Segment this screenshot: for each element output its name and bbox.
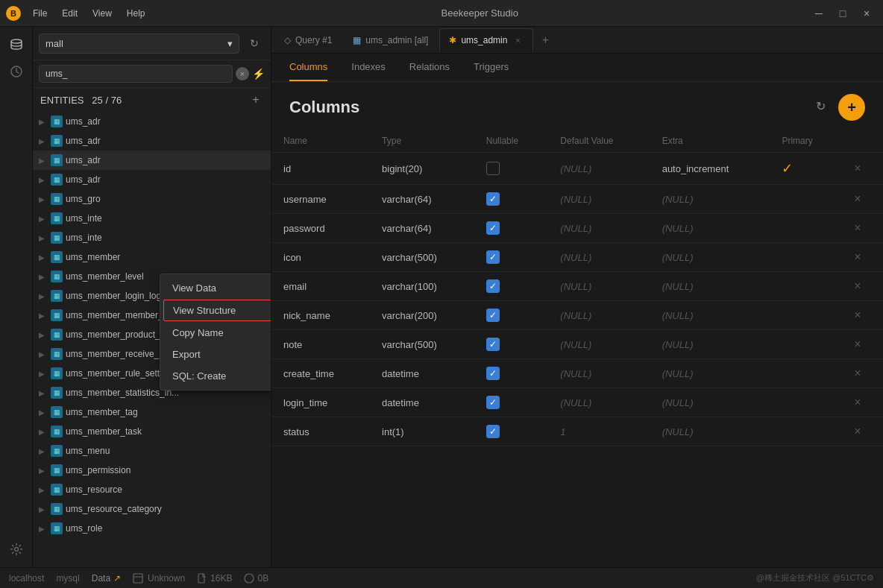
list-item[interactable]: ▶ ▦ ums_resource_category <box>33 499 271 519</box>
chevron-right-icon: ▶ <box>39 157 48 165</box>
minimize-button[interactable]: ─ <box>808 6 829 21</box>
list-item[interactable]: ▶ ▦ ums_member_tag <box>33 402 271 422</box>
main-content: ◇ Query #1 ▦ ums_admin [all] ✱ ums_admin… <box>271 27 883 567</box>
col-type: datetime <box>370 359 474 388</box>
data-status[interactable]: Data ↗ <box>92 573 121 584</box>
nullable-checkbox[interactable] <box>486 279 500 293</box>
delete-column-button[interactable]: × <box>854 192 861 205</box>
delete-column-button[interactable]: × <box>854 338 861 350</box>
nullable-checkbox[interactable] <box>486 221 500 235</box>
filter-icon[interactable]: ⚡ <box>252 68 265 80</box>
table-icon: ▦ <box>51 193 63 205</box>
add-entity-button[interactable]: + <box>248 92 263 107</box>
list-item[interactable]: ▶ ▦ ums_role <box>33 519 271 538</box>
nullable-checkbox[interactable] <box>486 162 500 175</box>
list-item[interactable]: ▶ ▦ ums_permission <box>33 461 271 480</box>
chevron-right-icon: ▶ <box>39 137 48 145</box>
nullable-checkbox[interactable] <box>486 309 500 322</box>
delete-column-button[interactable]: × <box>854 221 861 234</box>
tab-ums-admin[interactable]: ✱ ums_admin × <box>439 28 533 52</box>
table-icon: ▦ <box>51 445 63 457</box>
col-nullable <box>474 417 549 446</box>
context-menu-copy-name[interactable]: Copy Name <box>160 322 271 344</box>
search-clear-button[interactable]: × <box>236 67 249 80</box>
list-item[interactable]: ▶ ▦ ums_adr View Data View Structure Cop… <box>33 151 271 170</box>
col-name: email <box>271 272 370 301</box>
entities-label: ENTITIES 25 / 76 <box>40 95 122 106</box>
nullable-checkbox[interactable] <box>486 192 500 206</box>
nullable-checkbox[interactable] <box>486 396 500 409</box>
table-row: statusint(1)1(NULL)× <box>271 417 883 446</box>
tab-indexes[interactable]: Indexes <box>351 54 386 81</box>
col-extra: (NULL) <box>650 301 770 330</box>
statusbar-left: localhost mysql <box>9 573 80 584</box>
db-type-label: mysql <box>56 573 79 584</box>
structure-tab-icon: ✱ <box>449 35 456 45</box>
chevron-right-icon: ▶ <box>39 447 48 455</box>
context-menu-view-structure[interactable]: View Structure <box>163 300 271 321</box>
sidebar: mall ▾ ↻ × ⚡ ENTITIES 25 / 76 + ▶ ▦ um <box>33 27 271 567</box>
nullable-checkbox[interactable] <box>486 338 500 351</box>
list-item[interactable]: ▶ ▦ ums_member <box>33 247 271 267</box>
nullable-checkbox[interactable] <box>486 250 500 264</box>
delete-column-button[interactable]: × <box>854 396 861 408</box>
add-column-button[interactable]: + <box>838 94 865 121</box>
col-primary <box>770 214 842 243</box>
tab-query[interactable]: ◇ Query #1 <box>274 28 342 52</box>
disk-icon <box>244 573 254 584</box>
chevron-right-icon: ▶ <box>39 292 48 300</box>
nullable-checkbox[interactable] <box>486 367 500 380</box>
database-icon[interactable] <box>4 33 28 57</box>
col-header-extra: Extra <box>650 130 770 153</box>
context-menu-view-data[interactable]: View Data <box>160 277 271 299</box>
menu-file[interactable]: File <box>27 7 53 20</box>
delete-column-button[interactable]: × <box>854 425 861 437</box>
context-menu-export[interactable]: Export <box>160 344 271 365</box>
col-type: varchar(100) <box>370 272 474 301</box>
table-icon: ▦ <box>51 309 63 321</box>
add-tab-button[interactable]: + <box>535 30 556 51</box>
maximize-button[interactable]: □ <box>832 6 853 21</box>
list-item[interactable]: ▶ ▦ ums_gro <box>33 189 271 209</box>
search-input[interactable] <box>39 65 233 83</box>
delete-column-button[interactable]: × <box>854 162 861 174</box>
storage-info: Unknown <box>133 573 185 584</box>
table-icon: ▦ <box>51 290 63 302</box>
delete-column-button[interactable]: × <box>854 279 861 292</box>
menu-edit[interactable]: Edit <box>56 7 84 20</box>
delete-column-button[interactable]: × <box>854 367 861 379</box>
list-item[interactable]: ▶ ▦ ums_adr <box>33 131 271 151</box>
refresh-columns-button[interactable]: ↻ <box>808 94 832 118</box>
entity-name: ums_adr <box>66 116 101 127</box>
col-primary <box>770 388 842 417</box>
table-icon: ▦ <box>51 154 63 166</box>
tab-ums-admin-all[interactable]: ▦ ums_admin [all] <box>343 28 438 52</box>
nullable-checkbox[interactable] <box>486 425 500 438</box>
entities-count: 25 / 76 <box>92 95 122 106</box>
list-item[interactable]: ▶ ▦ ums_menu <box>33 441 271 461</box>
list-item[interactable]: ▶ ▦ ums_adr <box>33 170 271 189</box>
col-name: id <box>271 153 370 185</box>
list-item[interactable]: ▶ ▦ ums_inte <box>33 228 271 247</box>
list-item[interactable]: ▶ ▦ ums_resource <box>33 480 271 499</box>
tab-close-button[interactable]: × <box>512 34 524 46</box>
settings-icon[interactable] <box>4 537 28 561</box>
menu-help[interactable]: Help <box>121 7 151 20</box>
context-menu-sql-create[interactable]: SQL: Create <box>160 365 271 387</box>
list-item[interactable]: ▶ ▦ ums_adr <box>33 112 271 131</box>
history-icon[interactable] <box>4 60 28 83</box>
list-item[interactable]: ▶ ▦ ums_member_task <box>33 422 271 441</box>
delete-column-button[interactable]: × <box>854 309 861 321</box>
refresh-button[interactable]: ↻ <box>244 33 265 54</box>
col-header-name: Name <box>271 130 370 153</box>
close-button[interactable]: × <box>856 6 877 21</box>
chevron-right-icon: ▶ <box>39 505 48 513</box>
db-selector[interactable]: mall ▾ <box>39 34 239 54</box>
tab-relations[interactable]: Relations <box>409 54 450 81</box>
table-row: login_timedatetime(NULL)(NULL)× <box>271 388 883 417</box>
delete-column-button[interactable]: × <box>854 250 861 263</box>
tab-triggers[interactable]: Triggers <box>474 54 509 81</box>
tab-columns[interactable]: Columns <box>289 54 327 81</box>
list-item[interactable]: ▶ ▦ ums_inte <box>33 209 271 228</box>
menu-view[interactable]: View <box>87 7 118 20</box>
